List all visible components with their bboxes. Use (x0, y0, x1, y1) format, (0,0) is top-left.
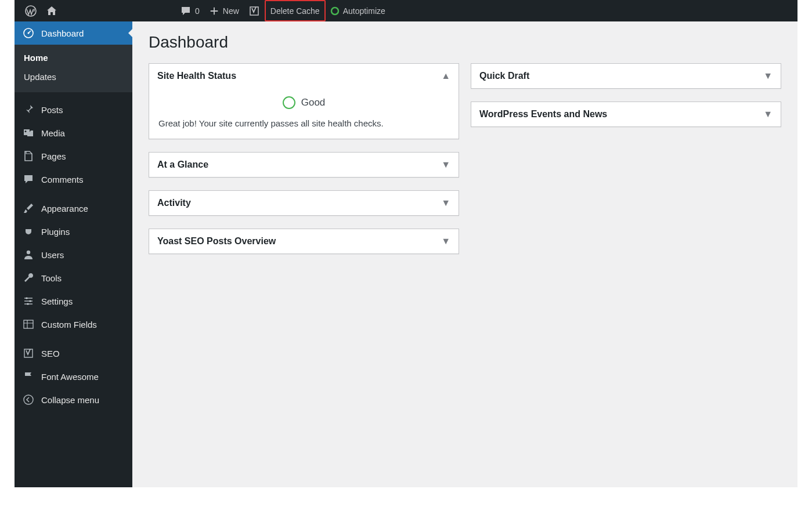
sidebar-item-label: Media (41, 128, 65, 138)
brush-icon (23, 202, 34, 214)
widget-title: WordPress Events and News (479, 109, 607, 119)
sidebar-item-label: Posts (41, 105, 63, 115)
widget-title: Quick Draft (479, 71, 529, 81)
svg-point-6 (29, 300, 31, 302)
widget-header[interactable]: At a Glance ▼ (149, 153, 459, 177)
sidebar-item-comments[interactable]: Comments (15, 168, 132, 191)
pin-icon (23, 104, 34, 115)
sidebar-item-plugins[interactable]: Plugins (15, 220, 132, 243)
comments-count: 0 (195, 6, 200, 16)
page-title: Dashboard (149, 33, 781, 52)
submenu-label: Updates (24, 72, 56, 82)
wp-logo-button[interactable] (20, 0, 41, 21)
widget-activity: Activity ▼ (149, 190, 459, 216)
sidebar-item-seo[interactable]: SEO (15, 342, 132, 365)
new-content-button[interactable]: New (204, 0, 244, 21)
sidebar-item-dashboard[interactable]: Dashboard (15, 21, 132, 45)
widget-quick-draft: Quick Draft ▼ (471, 63, 781, 89)
widget-body: Good Great job! Your site currently pass… (149, 88, 459, 139)
yoast-adminbar-button[interactable] (244, 0, 265, 21)
sidebar-item-appearance[interactable]: Appearance (15, 197, 132, 220)
home-icon (46, 5, 57, 17)
plus-icon (209, 6, 219, 16)
collapse-icon (23, 394, 34, 405)
widget-at-a-glance: At a Glance ▼ (149, 152, 459, 178)
sidebar-item-pages[interactable]: Pages (15, 144, 132, 168)
pages-icon (23, 150, 34, 162)
admin-sidebar: Dashboard Home Updates Posts Media Pages… (15, 21, 132, 487)
sidebar-item-posts[interactable]: Posts (15, 98, 132, 121)
widget-header[interactable]: Quick Draft ▼ (471, 64, 781, 88)
submenu-label: Home (24, 53, 48, 63)
comment-icon (23, 173, 34, 185)
svg-rect-8 (24, 320, 33, 328)
dashboard-col-right: Quick Draft ▼ WordPress Events and News … (471, 63, 781, 267)
sidebar-item-users[interactable]: Users (15, 243, 132, 266)
widget-header[interactable]: Activity ▼ (149, 191, 459, 215)
delete-cache-button[interactable]: Delete Cache (265, 0, 326, 21)
user-icon (23, 249, 34, 260)
sidebar-item-label: Collapse menu (41, 395, 99, 405)
grid-icon (23, 318, 34, 330)
chevron-down-icon: ▼ (763, 71, 773, 81)
autoptimize-button[interactable]: Autoptimize (326, 0, 390, 21)
flag-icon (23, 371, 34, 382)
sliders-icon (23, 295, 34, 307)
widget-header[interactable]: Site Health Status ▲ (149, 64, 459, 88)
widget-yoast-overview: Yoast SEO Posts Overview ▼ (149, 229, 459, 254)
yoast-icon (23, 347, 34, 359)
health-status: Good (301, 97, 326, 108)
sidebar-item-label: SEO (41, 349, 60, 358)
content-area: Dashboard Site Health Status ▲ Good Grea… (132, 21, 797, 487)
status-circle-icon (330, 6, 340, 16)
collapse-menu-button[interactable]: Collapse menu (15, 388, 132, 411)
widget-title: At a Glance (157, 160, 208, 170)
dashboard-icon (23, 27, 34, 39)
site-home-button[interactable] (41, 0, 62, 21)
plug-icon (23, 226, 34, 237)
svg-point-5 (26, 297, 27, 299)
comments-button[interactable]: 0 (175, 0, 204, 21)
widget-title: Yoast SEO Posts Overview (157, 236, 276, 247)
yoast-icon (248, 5, 260, 17)
sidebar-item-font-awesome[interactable]: Font Awesome (15, 365, 132, 388)
status-circle-icon (283, 96, 295, 109)
comment-icon (180, 5, 192, 17)
chevron-down-icon: ▼ (441, 198, 450, 208)
svg-point-7 (27, 303, 28, 305)
wrench-icon (23, 272, 34, 284)
sidebar-item-label: Appearance (41, 204, 88, 213)
widget-header[interactable]: Yoast SEO Posts Overview ▼ (149, 229, 459, 253)
wordpress-logo-icon (25, 5, 37, 17)
svg-point-1 (331, 8, 338, 15)
sidebar-item-custom-fields[interactable]: Custom Fields (15, 313, 132, 336)
widget-header[interactable]: WordPress Events and News ▼ (471, 102, 781, 126)
svg-point-9 (24, 395, 33, 404)
new-label: New (223, 6, 239, 16)
sidebar-item-tools[interactable]: Tools (15, 266, 132, 289)
chevron-down-icon: ▼ (441, 236, 450, 247)
autoptimize-label: Autoptimize (343, 6, 385, 16)
media-icon (23, 127, 34, 139)
sidebar-item-media[interactable]: Media (15, 121, 132, 144)
submenu-item-updates[interactable]: Updates (15, 67, 132, 86)
dashboard-col-left: Site Health Status ▲ Good Great job! You… (149, 63, 459, 267)
submenu-item-home[interactable]: Home (15, 48, 132, 67)
widget-wp-events-news: WordPress Events and News ▼ (471, 102, 781, 127)
sidebar-item-settings[interactable]: Settings (15, 289, 132, 313)
svg-point-4 (27, 251, 30, 254)
sidebar-item-label: Custom Fields (41, 320, 97, 329)
sidebar-item-label: Settings (41, 296, 73, 306)
delete-cache-label: Delete Cache (270, 6, 320, 16)
widget-title: Activity (157, 198, 191, 208)
chevron-down-icon: ▼ (763, 109, 773, 119)
chevron-up-icon: ▲ (441, 71, 450, 81)
sidebar-item-label: Pages (41, 151, 66, 161)
dashboard-submenu: Home Updates (15, 45, 132, 92)
widget-title: Site Health Status (157, 71, 236, 81)
sidebar-item-label: Users (41, 250, 64, 260)
sidebar-item-label: Plugins (41, 227, 70, 237)
wp-admin: 0 New Delete Cache Autoptimize Dashboard (15, 0, 797, 487)
admin-bar: 0 New Delete Cache Autoptimize (15, 0, 797, 21)
sidebar-item-label: Font Awesome (41, 372, 99, 382)
